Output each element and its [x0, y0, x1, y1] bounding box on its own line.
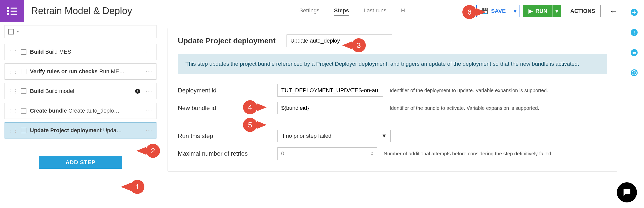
tab-settings[interactable]: Settings: [299, 7, 319, 15]
step-name-input[interactable]: [287, 34, 392, 47]
more-menu-icon[interactable]: ⋯: [146, 48, 153, 56]
chat-fab-icon[interactable]: [617, 182, 637, 202]
tab-lastruns[interactable]: Last runs: [364, 7, 387, 15]
save-icon: 💾: [482, 8, 489, 14]
drag-handle-icon[interactable]: ⋮⋮: [8, 108, 17, 114]
retries-label: Maximal number of retries: [178, 150, 277, 157]
select-all-row[interactable]: ▼: [5, 25, 156, 38]
retries-input[interactable]: 0 ▲▼: [277, 147, 377, 160]
tab-history[interactable]: H: [401, 7, 405, 15]
warning-icon: !: [135, 89, 140, 94]
deployment-id-input[interactable]: [277, 84, 383, 97]
chevron-down-icon: ▼: [381, 133, 387, 139]
step-down-icon[interactable]: ▼: [371, 154, 373, 156]
bundle-id-label: New bundle id: [178, 105, 277, 112]
step-checkbox[interactable]: [21, 88, 26, 94]
step-checkbox[interactable]: [21, 128, 26, 133]
drag-handle-icon[interactable]: ⋮⋮: [8, 68, 17, 75]
actions-button[interactable]: ACTIONS: [565, 5, 601, 17]
svg-point-4: [7, 13, 9, 15]
comment-circle-icon[interactable]: [630, 49, 638, 58]
deployment-id-hint: Identifier of the deployment to update. …: [390, 88, 548, 93]
more-menu-icon[interactable]: ⋯: [146, 87, 153, 95]
step-item-update-deployment[interactable]: ⋮⋮ Update Project deployment Upda… ⋯: [5, 122, 156, 138]
more-menu-icon[interactable]: ⋯: [146, 68, 153, 76]
info-circle-icon[interactable]: i: [630, 29, 638, 38]
steps-sidebar: ▼ ⋮⋮ Build Build MES ⋯ ⋮⋮ Verify rules o…: [0, 22, 161, 208]
step-checkbox[interactable]: [21, 49, 26, 55]
step-item-verify[interactable]: ⋮⋮ Verify rules or run checks Run ME… ⋯: [5, 63, 156, 80]
plus-circle-icon[interactable]: [630, 9, 638, 18]
bundle-id-hint: Identifier of the bundle to activate. Va…: [390, 105, 539, 111]
retries-hint: Number of additional attempts before con…: [384, 151, 551, 157]
back-arrow-icon[interactable]: ←: [609, 6, 618, 16]
step-item-create-bundle[interactable]: ⋮⋮ Create bundle Create auto_deplo… ⋯: [5, 103, 156, 119]
bundle-id-input[interactable]: [277, 102, 383, 114]
nav-tabs: Settings Steps Last runs H: [299, 0, 405, 22]
more-menu-icon[interactable]: ⋯: [146, 127, 153, 134]
step-item-build-mes[interactable]: ⋮⋮ Build Build MES ⋯: [5, 44, 156, 60]
run-button[interactable]: ▶RUN: [523, 5, 553, 17]
menu-list-icon[interactable]: [0, 0, 24, 22]
top-actions: 💾SAVE ▾ ▶RUN ▾ ACTIONS ←: [476, 0, 618, 22]
svg-point-0: [7, 7, 9, 9]
deployment-id-label: Deployment id: [178, 87, 277, 94]
save-dropdown[interactable]: ▾: [511, 5, 519, 17]
drag-handle-icon[interactable]: ⋮⋮: [8, 88, 17, 94]
panel-heading: Update Project deployment: [178, 37, 275, 45]
page-title: Retrain Model & Deploy: [31, 6, 132, 16]
svg-point-2: [7, 10, 9, 12]
run-step-label: Run this step: [178, 132, 277, 140]
play-icon: ▶: [529, 8, 533, 14]
more-menu-icon[interactable]: ⋯: [146, 107, 153, 115]
select-all-checkbox[interactable]: [8, 29, 14, 34]
step-checkbox[interactable]: [21, 69, 26, 74]
drag-handle-icon[interactable]: ⋮⋮: [8, 127, 17, 133]
chevron-down-icon[interactable]: ▼: [16, 30, 19, 33]
top-bar: Retrain Model & Deploy Settings Steps La…: [0, 0, 624, 22]
step-item-build-model[interactable]: ⋮⋮ Build Build model ! ⋯: [5, 83, 156, 99]
svg-text:i: i: [633, 30, 635, 36]
step-checkbox[interactable]: [21, 108, 26, 114]
add-step-button[interactable]: ADD STEP: [39, 156, 122, 169]
tab-steps[interactable]: Steps: [334, 6, 349, 16]
right-rail: i: [624, 0, 644, 208]
drag-handle-icon[interactable]: ⋮⋮: [8, 49, 17, 55]
clock-circle-icon[interactable]: [630, 69, 638, 79]
step-config-panel: Update Project deployment This step upda…: [161, 22, 624, 208]
run-dropdown[interactable]: ▾: [553, 5, 561, 17]
info-banner: This step updates the project bundle ref…: [178, 54, 607, 74]
step-up-icon[interactable]: ▲: [371, 151, 373, 154]
save-button[interactable]: 💾SAVE: [476, 5, 511, 17]
run-step-select[interactable]: If no prior step failed ▼: [277, 130, 391, 142]
